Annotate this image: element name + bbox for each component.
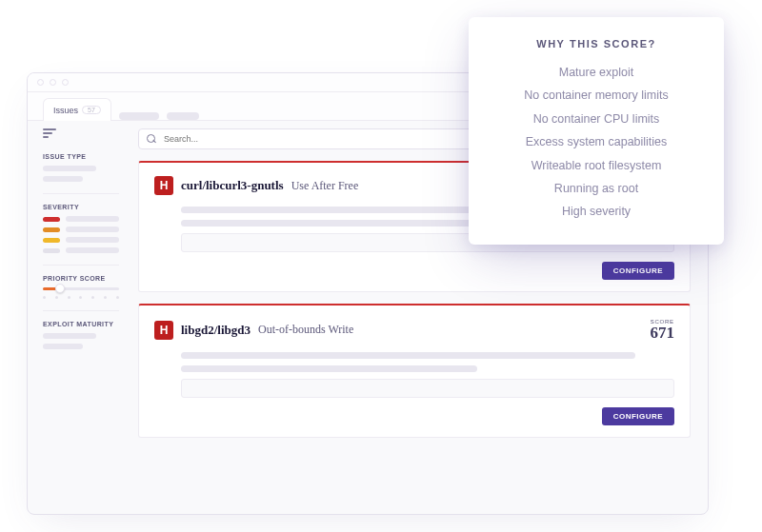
score-reason: Running as root (486, 177, 707, 200)
score-reason: No container memory limits (486, 84, 707, 107)
severity-swatch-none (43, 248, 60, 253)
package-name[interactable]: libgd2/libgd3 (181, 323, 251, 338)
configure-button[interactable]: CONFIGURE (602, 407, 674, 425)
slider-handle[interactable] (55, 284, 65, 293)
filter-item[interactable] (43, 344, 83, 349)
score-reason: Excess system capabilities (486, 130, 707, 153)
issue-card: H libgd2/libgd3 Out-of-bounds Write SCOR… (138, 304, 691, 438)
tab-placeholder[interactable] (119, 112, 159, 120)
severity-row[interactable] (43, 227, 119, 232)
score-reasons-list: Mature exploit No container memory limit… (486, 61, 707, 224)
filter-heading-exploit: EXPLOIT MATURITY (43, 321, 119, 327)
filter-item[interactable] (43, 333, 96, 339)
popover-title: WHY THIS SCORE? (486, 38, 707, 49)
filters-sidebar: ISSUE TYPE SEVERITY PRIORITY SCORE EXPLO… (28, 121, 130, 514)
slider-ticks (43, 296, 119, 299)
filter-item[interactable] (43, 176, 83, 182)
score-reason: No container CPU limits (486, 108, 707, 130)
score-reason: Mature exploit (486, 61, 707, 84)
priority-score: SCORE 671 (651, 319, 675, 341)
score-reason: High severity (486, 200, 707, 223)
tab-placeholder[interactable] (167, 112, 199, 120)
window-control-close[interactable] (37, 79, 44, 86)
window-control-max[interactable] (62, 79, 69, 86)
configure-button[interactable]: CONFIGURE (602, 262, 674, 280)
score-reason: Writeable root filesystem (486, 154, 707, 177)
filter-heading-severity: SEVERITY (43, 204, 119, 210)
severity-swatch-low (43, 238, 60, 243)
severity-swatch-medium (43, 227, 60, 232)
search-icon (147, 134, 156, 144)
window-control-min[interactable] (50, 79, 56, 86)
card-body-placeholder (181, 352, 674, 398)
vulnerability-name: Out-of-bounds Write (258, 323, 353, 337)
filter-heading-issue-type: ISSUE TYPE (43, 153, 119, 160)
package-name[interactable]: curl/libcurl3-gnutls (181, 178, 284, 193)
severity-badge-high: H (154, 176, 173, 195)
severity-row[interactable] (43, 216, 119, 222)
severity-row[interactable] (43, 237, 119, 243)
tab-issues[interactable]: Issues 57 (43, 98, 111, 121)
issues-count-badge: 57 (82, 106, 101, 114)
severity-row[interactable] (43, 247, 119, 253)
tab-label: Issues (53, 106, 78, 115)
severity-swatch-high (43, 217, 60, 222)
score-value: 671 (651, 325, 675, 341)
vulnerability-name: Use After Free (291, 179, 359, 193)
filter-heading-priority: PRIORITY SCORE (43, 275, 119, 282)
filter-item[interactable] (43, 166, 96, 171)
severity-badge-high: H (154, 321, 173, 340)
why-score-popover: WHY THIS SCORE? Mature exploit No contai… (469, 17, 724, 245)
priority-score-slider[interactable] (43, 287, 119, 290)
sort-icon[interactable] (43, 128, 58, 140)
